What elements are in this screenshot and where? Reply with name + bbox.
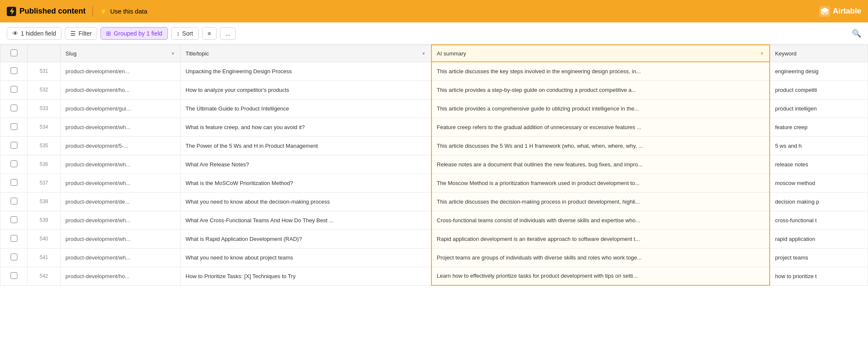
row-slug: product-development/wh... <box>60 174 180 192</box>
row-keyword: decision making p <box>770 192 868 211</box>
ai-col-arrow: ▼ <box>760 51 764 56</box>
row-checkbox[interactable] <box>11 216 17 223</box>
row-checkbox-cell <box>0 248 28 267</box>
select-all-checkbox[interactable] <box>11 50 17 56</box>
row-checkbox-cell <box>0 80 28 99</box>
row-title: The Power of the 5 Ws and H in Product M… <box>180 136 431 155</box>
num-col-header <box>28 45 60 62</box>
title-col-arrow: ▼ <box>422 51 426 56</box>
row-ai-summary: Cross-functional teams consist of indivi… <box>431 211 770 229</box>
sort-button[interactable]: ↕ Sort <box>171 27 199 40</box>
row-num: 541 <box>28 248 60 267</box>
row-checkbox-cell <box>0 155 28 174</box>
table-row: 533 product-development/gui... The Ultim… <box>0 99 868 118</box>
row-checkbox[interactable] <box>11 179 17 186</box>
row-checkbox[interactable] <box>11 67 17 74</box>
filter-label: Filter <box>78 30 92 37</box>
row-ai-summary: This article provides a step-by-step gui… <box>431 80 770 99</box>
row-num: 531 <box>28 62 60 80</box>
row-keyword: engineering desig <box>770 62 868 80</box>
table-row: 531 product-development/en... Unpacking … <box>0 62 868 80</box>
header-row: Slug ▼ Title/topic ▼ AI summary ▼ <box>0 45 868 62</box>
table-row: 535 product-development/5-... The Power … <box>0 136 868 155</box>
hidden-field-button[interactable]: 👁 1 hidden field <box>7 27 61 40</box>
keyword-col-label: Keyword <box>775 50 797 57</box>
row-ai-summary: This article discusses the 5 Ws and 1 H … <box>431 136 770 155</box>
more-label: ... <box>225 30 231 37</box>
row-keyword: 5 ws and h <box>770 136 868 155</box>
row-ai-summary: Release notes are a document that outlin… <box>431 155 770 174</box>
row-slug: product-development/5-... <box>60 136 180 155</box>
row-slug: product-development/de... <box>60 192 180 211</box>
toolbar: 👁 1 hidden field ☰ Filter ⊞ Grouped by 1… <box>0 22 868 44</box>
row-num: 540 <box>28 229 60 248</box>
row-title: The Ultimate Guide to Product Intelligen… <box>180 99 431 118</box>
app-title: Published content <box>7 7 86 16</box>
row-num: 542 <box>28 267 60 285</box>
row-keyword: release notes <box>770 155 868 174</box>
use-data-button[interactable]: ⚡ Use this data <box>100 8 147 15</box>
row-ai-summary: This article discusses the decision-maki… <box>431 192 770 211</box>
row-slug: product-development/gui... <box>60 99 180 118</box>
search-button[interactable]: 🔍 <box>852 29 861 38</box>
row-keyword: cross-functional t <box>770 211 868 229</box>
row-checkbox[interactable] <box>11 254 17 260</box>
slug-col-arrow: ▼ <box>171 51 175 56</box>
row-title: Unpacking the Engineering Design Process <box>180 62 431 80</box>
row-checkbox-cell <box>0 118 28 136</box>
row-checkbox-cell <box>0 211 28 229</box>
title-col-header[interactable]: Title/topic ▼ <box>180 45 431 62</box>
eye-icon: 👁 <box>12 30 18 37</box>
grouped-label: Grouped by 1 field <box>114 30 162 37</box>
row-keyword: moscow method <box>770 174 868 192</box>
more-button[interactable]: ... <box>220 27 236 40</box>
slug-col-header[interactable]: Slug ▼ <box>60 45 180 62</box>
row-checkbox[interactable] <box>11 198 17 204</box>
row-ai-summary: This article provides a comprehensive gu… <box>431 99 770 118</box>
row-checkbox-cell <box>0 99 28 118</box>
row-checkbox[interactable] <box>11 160 17 167</box>
row-slug: product-development/wh... <box>60 118 180 136</box>
fields-button[interactable]: ≡ <box>202 27 217 40</box>
use-data-label: Use this data <box>110 8 147 15</box>
row-title: What you need to know about project team… <box>180 248 431 267</box>
row-slug: product-development/ho... <box>60 267 180 285</box>
row-checkbox-cell <box>0 192 28 211</box>
filter-icon: ☰ <box>70 30 76 37</box>
row-checkbox[interactable] <box>11 272 17 279</box>
row-keyword: project teams <box>770 248 868 267</box>
keyword-col-header[interactable]: Keyword <box>770 45 868 62</box>
checkbox-col-header <box>0 45 28 62</box>
row-title: What you need to know about the decision… <box>180 192 431 211</box>
row-title: What Are Cross-Functional Teams And How … <box>180 211 431 229</box>
table-row: 538 product-development/de... What you n… <box>0 192 868 211</box>
row-checkbox[interactable] <box>11 142 17 149</box>
row-ai-summary: Learn how to effectively prioritize task… <box>431 267 770 285</box>
ai-col-header[interactable]: AI summary ▼ <box>431 45 770 62</box>
table-container: Slug ▼ Title/topic ▼ AI summary ▼ <box>0 44 868 345</box>
row-checkbox-cell <box>0 174 28 192</box>
sort-icon: ↕ <box>177 30 180 37</box>
table-row: 542 product-development/ho... How to Pri… <box>0 267 868 285</box>
row-slug: product-development/wh... <box>60 248 180 267</box>
filter-button[interactable]: ☰ Filter <box>65 27 97 40</box>
row-keyword: product competiti <box>770 80 868 99</box>
row-checkbox[interactable] <box>11 86 17 93</box>
row-checkbox-cell <box>0 62 28 80</box>
row-title: What is the MoSCoW Prioritization Method… <box>180 174 431 192</box>
row-num: 532 <box>28 80 60 99</box>
app-icon <box>7 7 16 16</box>
table-row: 537 product-development/wh... What is th… <box>0 174 868 192</box>
row-num: 536 <box>28 155 60 174</box>
grouped-button[interactable]: ⊞ Grouped by 1 field <box>100 27 167 40</box>
table-row: 541 product-development/wh... What you n… <box>0 248 868 267</box>
fields-icon: ≡ <box>208 30 211 37</box>
airtable-icon <box>819 6 830 17</box>
row-title: What is feature creep, and how can you a… <box>180 118 431 136</box>
row-checkbox[interactable] <box>11 105 17 111</box>
row-slug: product-development/wh... <box>60 211 180 229</box>
row-checkbox[interactable] <box>11 235 17 242</box>
app-title-text: Published content <box>19 7 86 16</box>
row-checkbox[interactable] <box>11 123 17 130</box>
row-ai-summary: The Moscow Method is a prioritization fr… <box>431 174 770 192</box>
